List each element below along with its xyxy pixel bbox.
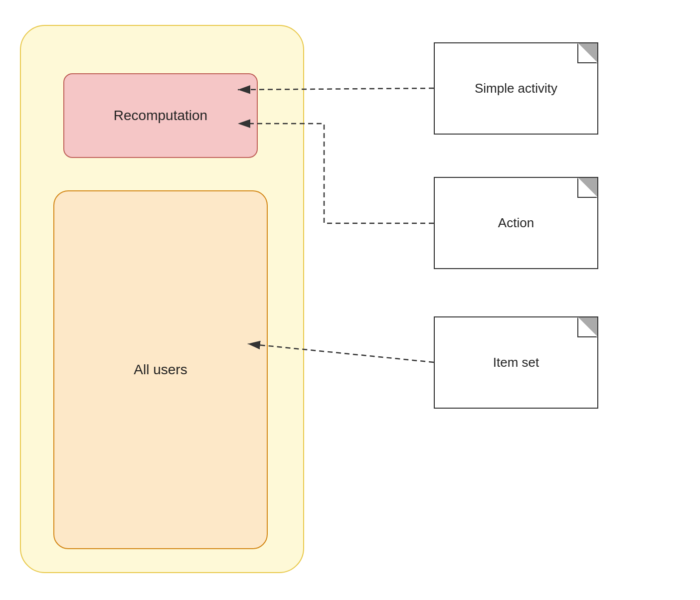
diagram-container: Recomputation All users Simple activity …: [0, 0, 700, 600]
recomputation-label: Recomputation: [114, 108, 207, 124]
item-set-doc: Item set: [434, 316, 598, 409]
action-label: Action: [498, 215, 534, 232]
item-set-label: Item set: [493, 354, 539, 371]
recomputation-box: Recomputation: [63, 73, 258, 158]
all-users-label: All users: [134, 362, 187, 378]
all-users-box: All users: [53, 190, 268, 549]
simple-activity-doc: Simple activity: [434, 42, 598, 135]
action-doc: Action: [434, 177, 598, 269]
simple-activity-label: Simple activity: [475, 80, 557, 97]
outer-container: Recomputation All users: [20, 25, 304, 573]
